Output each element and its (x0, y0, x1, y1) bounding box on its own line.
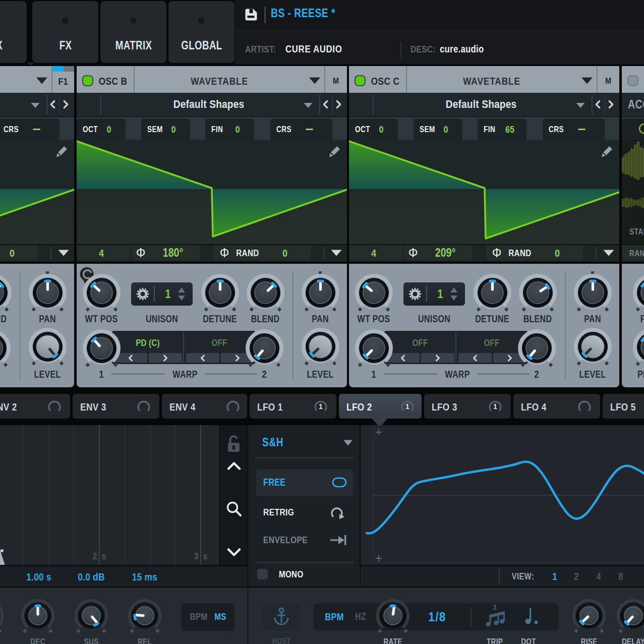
svg-text:1: 1 (493, 402, 497, 411)
svg-text:1: 1 (405, 402, 409, 411)
svg-text:3: 3 (493, 603, 497, 611)
svg-text:1: 1 (319, 402, 323, 411)
